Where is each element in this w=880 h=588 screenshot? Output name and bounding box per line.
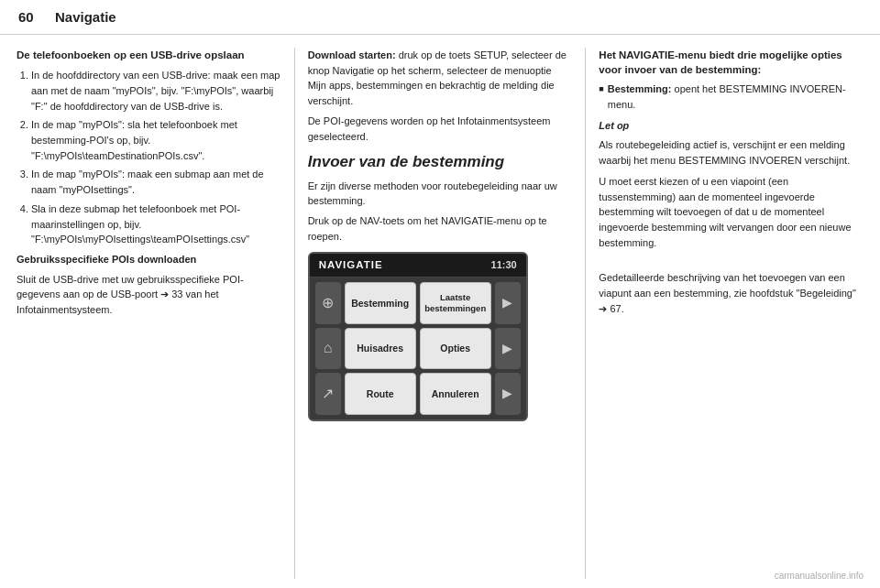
col2-poi-text: De POI-gegevens worden op het Infotainme… [308, 114, 573, 144]
col3-item-label: Bestemming: [608, 83, 672, 94]
col2-nav-instruction: Druk op de NAV-toets om het NAVIGATIE-me… [308, 213, 573, 244]
step-3: In de map "myPOIs": maak een submap aan … [31, 167, 281, 197]
header-bar: 60 Navigatie [0, 0, 880, 35]
column-3: Het NAVIGATIE-menu biedt drie mogelijke … [589, 48, 864, 579]
nav-btn-opties[interactable]: Opties [420, 328, 491, 370]
col2-intro-text: Er zijn diverse methoden voor routebegel… [308, 179, 573, 209]
col3-heading: Het NAVIGATIE-menu biedt drie mogelijke … [599, 48, 864, 77]
nav-icon-right3: ▶ [495, 373, 521, 415]
main-content: De telefoonboeken op een USB-drive opsla… [0, 35, 880, 588]
note-text: Als routebegeleiding actief is, verschij… [599, 137, 864, 168]
step-4: Sla in deze submap het telefoonboek met … [31, 201, 281, 247]
nav-icon-right1: ▶ [495, 282, 521, 324]
nav-screen-time: 11:30 [491, 257, 517, 273]
nav-screen: NAVIGATIE 11:30 ⊕ Bestemming Laatste bes… [308, 252, 528, 421]
col1-sub-text: Sluit de USB-drive met uw gebruiksspecif… [16, 272, 281, 318]
section-heading: Invoer van de bestemming [308, 153, 573, 171]
note-label: Let op [599, 120, 629, 131]
column-1: De telefoonboeken op een USB-drive opsla… [16, 48, 291, 579]
divider-1 [294, 48, 295, 579]
col3-paragraph2: Gedetailleerde beschrijving van het toev… [599, 270, 864, 316]
col1-heading: De telefoonboeken op een USB-drive opsla… [16, 48, 281, 62]
page-title: Navigatie [55, 9, 116, 25]
step-1: In de hoofddirectory van een USB-drive: … [31, 68, 281, 114]
note-block: Let op Als routebegeleiding actief is, v… [599, 118, 864, 169]
step-2: In de map "myPOIs": sla het telefoonboek… [31, 117, 281, 163]
col3-text: Het NAVIGATIE-menu biedt drie mogelijke … [599, 48, 864, 316]
page-number: 60 [18, 9, 55, 25]
nav-btn-huisadres[interactable]: Huisadres [345, 328, 416, 370]
col1-steps: In de hoofddirectory van een USB-drive: … [16, 68, 281, 318]
nav-btn-route[interactable]: Route [345, 373, 416, 415]
nav-btn-laatste[interactable]: Laatste bestemmingen [420, 282, 491, 324]
bullet-icon: ■ [599, 83, 603, 112]
nav-icon-right2: ▶ [495, 328, 521, 370]
col2-intro: Er zijn diverse methoden voor routebegel… [308, 179, 573, 245]
col2-download-heading: Download starten: [308, 49, 396, 60]
nav-icon-compass: ⊕ [315, 282, 341, 324]
col3-paragraph1: U moet eerst kiezen of u een viapoint (e… [599, 174, 864, 251]
nav-screen-title: NAVIGATIE [319, 257, 383, 273]
nav-icon-route: ↗ [315, 373, 341, 415]
footer-watermark: carmanualsonline.info [775, 571, 864, 581]
nav-btn-annuleren[interactable]: Annuleren [420, 373, 491, 415]
column-2: Download starten: druk op de toets SETUP… [299, 48, 582, 579]
page-container: 60 Navigatie De telefoonboeken op een US… [0, 0, 880, 588]
col1-sub-heading: Gebruiksspecifieke POIs downloaden [16, 252, 281, 267]
nav-screen-titlebar: NAVIGATIE 11:30 [310, 254, 526, 278]
nav-btn-bestemming[interactable]: Bestemming [345, 282, 416, 324]
col2-download: Download starten: druk op de toets SETUP… [308, 48, 573, 144]
divider-2 [585, 48, 586, 579]
nav-icon-home: ⌂ [315, 328, 341, 370]
col3-bullet-1: ■ Bestemming: opent het BESTEMMING INVOE… [599, 82, 864, 112]
